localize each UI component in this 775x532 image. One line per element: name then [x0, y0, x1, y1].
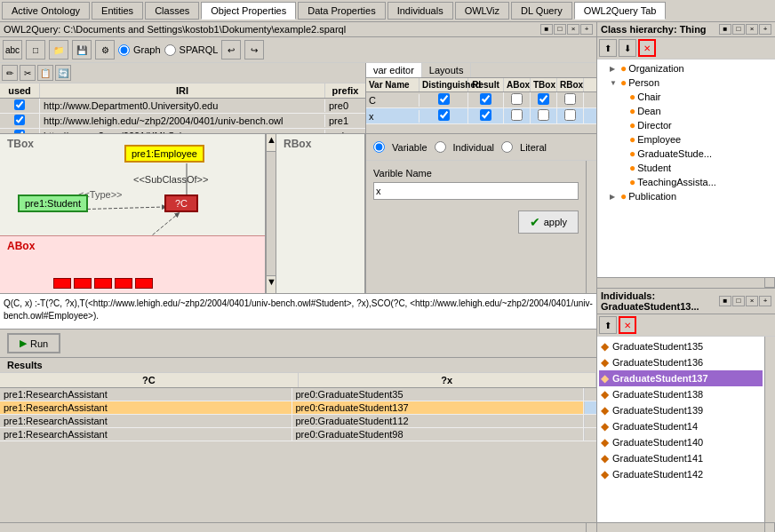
indiv-close[interactable]: × — [746, 296, 758, 306]
tree-item-dean[interactable]: ● Dean — [599, 104, 773, 118]
var-distinguished-c[interactable] — [419, 92, 468, 107]
individual-radio[interactable] — [435, 141, 446, 153]
results-row-1[interactable]: pre1:ResearchAssistant pre0:GraduateStud… — [0, 401, 596, 415]
indiv-btn-1[interactable]: ⬆ — [599, 316, 617, 334]
tree-item-employee[interactable]: ● Employee — [599, 132, 773, 147]
variable-name-input[interactable] — [373, 182, 579, 200]
indiv-item-3[interactable]: ◆ GraduateStudent138 — [599, 386, 763, 402]
iri-row-0[interactable]: http://www.Department0.University0.edu p… — [0, 99, 365, 114]
tab-data-properties[interactable]: Data Properties — [298, 2, 385, 20]
tree-item-teachingassistant[interactable]: ● TeachingAssista... — [599, 175, 773, 189]
literal-radio[interactable] — [501, 141, 513, 153]
layouts-tab[interactable]: Layouts — [422, 63, 472, 77]
iri-btn-1[interactable]: ✏ — [2, 65, 18, 81]
iri-check-1[interactable] — [0, 114, 40, 128]
graph-radio[interactable] — [118, 44, 130, 56]
toolbar-btn-3[interactable]: 📁 — [49, 40, 68, 60]
hier-close[interactable]: × — [746, 24, 758, 35]
tree-item-student[interactable]: ● Student — [599, 161, 773, 175]
var-tbox-x[interactable] — [531, 108, 557, 123]
tab-individuals[interactable]: Individuals — [388, 2, 453, 20]
toolbar-btn-4[interactable]: 💾 — [72, 40, 92, 60]
results-row-3[interactable]: pre1:ResearchAssistant pre0:GraduateStud… — [0, 428, 596, 441]
indiv-pin[interactable]: + — [759, 296, 771, 306]
var-result-c[interactable] — [468, 92, 504, 107]
indiv-item-2[interactable]: ◆ GraduateStudent137 — [599, 370, 763, 386]
indiv-btn-2[interactable]: ✕ — [619, 316, 636, 334]
results-scrollbar-h[interactable] — [0, 522, 596, 532]
sparql-radio[interactable] — [164, 44, 176, 56]
iri-btn-4[interactable]: 🔄 — [55, 65, 71, 81]
variable-radio[interactable] — [373, 141, 385, 153]
tree-item-director[interactable]: ● Director — [599, 118, 773, 132]
run-button[interactable]: ▶ Run — [7, 333, 60, 353]
var-rbox-c[interactable] — [557, 92, 584, 107]
tab-dl-query[interactable]: DL Query — [511, 2, 572, 20]
tree-item-person[interactable]: ▼ ● Person — [599, 75, 773, 90]
graph-scrollbar[interactable]: ▲ ▼ — [266, 134, 276, 293]
iri-row-1[interactable]: http://www.lehigh.edu/~zhp2/2004/0401/un… — [0, 114, 365, 129]
var-abox-x[interactable] — [504, 108, 531, 123]
tree-item-organization[interactable]: ▶ ● Organization — [599, 61, 773, 75]
redo-button[interactable]: ↪ — [244, 40, 264, 60]
var-editor-tab[interactable]: var editor — [366, 63, 422, 77]
indiv-item-5[interactable]: ◆ GraduateStudent14 — [599, 418, 763, 434]
node-student: pre1:Student — [18, 195, 88, 212]
tab-object-properties[interactable]: Object Properties — [201, 2, 296, 20]
iri-check-2[interactable] — [0, 129, 40, 133]
iri-table: ✏ ✂ 📋 🔄 used IRI prefix http://www.Depar… — [0, 63, 365, 133]
results-row-2[interactable]: pre1:ResearchAssistant pre0:GraduateStud… — [0, 415, 596, 428]
hier-minimize[interactable]: ■ — [719, 24, 731, 35]
indiv-scrollbar-v[interactable] — [764, 337, 775, 522]
restore-button[interactable]: □ — [554, 24, 566, 35]
indiv-minimize[interactable]: ■ — [719, 296, 731, 306]
var-row-0[interactable]: C — [366, 92, 596, 108]
hier-pin[interactable]: + — [759, 24, 771, 35]
hier-btn-3[interactable]: ✕ — [638, 39, 656, 57]
toolbar-btn-1[interactable]: abc — [3, 40, 22, 60]
indiv-restore[interactable]: □ — [732, 296, 745, 306]
tree-item-chair[interactable]: ● Chair — [599, 90, 773, 104]
hier-restore[interactable]: □ — [732, 24, 745, 35]
undo-button[interactable]: ↩ — [221, 40, 241, 60]
indiv-scroll-h[interactable] — [597, 522, 775, 532]
right-scrollbar-v[interactable] — [586, 161, 596, 293]
results-row-0[interactable]: pre1:ResearchAssistant pre0:GraduateStud… — [0, 388, 596, 401]
var-distinguished-x[interactable] — [419, 108, 468, 123]
iri-btn-2[interactable]: ✂ — [20, 65, 36, 81]
results-th-x: ?x — [299, 373, 597, 387]
hier-btn-2[interactable]: ⬇ — [619, 39, 636, 57]
var-abox-c[interactable] — [504, 92, 531, 107]
iri-btn-3[interactable]: 📋 — [37, 65, 53, 81]
class-hier-header: Class hierarchy: Thing ■ □ × + — [597, 22, 775, 37]
minimize-button[interactable]: ■ — [540, 24, 553, 35]
tab-owl2query[interactable]: OWL2Query Tab — [574, 2, 667, 20]
hier-btn-1[interactable]: ⬆ — [599, 39, 617, 57]
iri-check-0[interactable] — [0, 99, 40, 113]
indiv-item-7[interactable]: ◆ GraduateStudent141 — [599, 450, 763, 466]
graduatestudent-label: GraduateStude... — [637, 148, 712, 159]
tab-owlviz[interactable]: OWLViz — [455, 2, 509, 20]
var-table-header: Var Name Distinguished Result ABox TBox … — [366, 78, 596, 92]
tree-item-publication[interactable]: ▶ ● Publication — [599, 189, 773, 203]
var-result-x[interactable] — [468, 108, 504, 123]
iri-row-2[interactable]: http://www.w3.org/2001/XMLSchema xsd — [0, 129, 365, 133]
var-rbox-x[interactable] — [557, 108, 584, 123]
toolbar-btn-5[interactable]: ⚙ — [95, 40, 115, 60]
close-button[interactable]: × — [567, 24, 579, 35]
tab-classes[interactable]: Classes — [145, 2, 199, 20]
tab-entities[interactable]: Entities — [92, 2, 143, 20]
toolbar-btn-2[interactable]: □ — [26, 40, 45, 60]
indiv-item-0[interactable]: ◆ GraduateStudent135 — [599, 338, 763, 354]
apply-button[interactable]: ✔ apply — [518, 210, 579, 234]
hier-scroll-h[interactable] — [597, 277, 775, 288]
pin-button[interactable]: + — [580, 24, 593, 35]
tree-item-graduatestudent[interactable]: ● GraduateStude... — [599, 147, 773, 161]
var-row-1[interactable]: x — [366, 108, 596, 124]
indiv-item-4[interactable]: ◆ GraduateStudent139 — [599, 402, 763, 418]
indiv-item-6[interactable]: ◆ GraduateStudent140 — [599, 434, 763, 450]
indiv-item-8[interactable]: ◆ GraduateStudent142 — [599, 466, 763, 482]
tab-active-ontology[interactable]: Active Ontology — [2, 2, 90, 20]
indiv-item-1[interactable]: ◆ GraduateStudent136 — [599, 354, 763, 370]
var-tbox-c[interactable] — [531, 92, 557, 107]
